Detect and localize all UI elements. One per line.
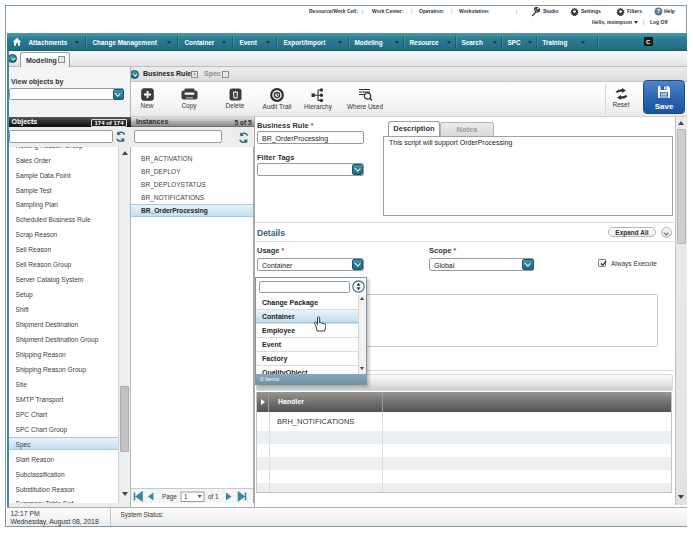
svg-text:Page: Page bbox=[162, 493, 177, 501]
svg-text:of 1: of 1 bbox=[208, 493, 219, 500]
svg-text:?: ? bbox=[657, 8, 661, 14]
svg-text:1: 1 bbox=[184, 493, 188, 500]
